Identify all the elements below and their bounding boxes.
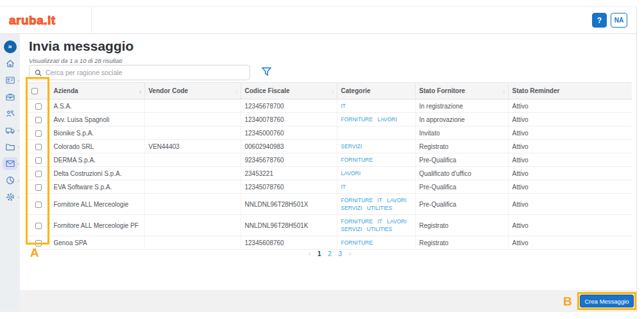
- row-checkbox[interactable]: [35, 171, 42, 177]
- row-checkbox-cell: [28, 180, 49, 194]
- sidebar-item-messages[interactable]: ›: [0, 157, 20, 170]
- column-header-azienda[interactable]: Azienda↓: [49, 83, 144, 99]
- categorie-links[interactable]: FORNITURE: [341, 239, 373, 246]
- sidebar-item-settings[interactable]: ›: [0, 190, 20, 203]
- pagination-page-1[interactable]: 1: [318, 250, 321, 257]
- cell-codice-fiscale: 12345078760: [241, 180, 337, 194]
- cell-codice-fiscale: 12345608760: [241, 236, 337, 250]
- cell-stato-fornitore: Pre-Qualifica: [415, 153, 508, 167]
- chevron-right-icon: ›: [17, 127, 19, 133]
- column-header-stato-reminder[interactable]: Stato Reminder: [508, 83, 632, 99]
- pagination-next-icon[interactable]: ›: [349, 250, 351, 257]
- folder-icon: [5, 142, 15, 152]
- cell-codice-fiscale: 00602940983: [241, 140, 337, 153]
- cell-vendor-code: [144, 215, 241, 236]
- cell-vendor-code: [144, 153, 241, 167]
- cell-vendor-code: [144, 126, 241, 140]
- cell-azienda: DERMA S.p.A.: [49, 153, 144, 167]
- cell-codice-fiscale: 12345678700: [241, 99, 337, 113]
- user-initials-button[interactable]: NA: [611, 13, 627, 28]
- cell-stato-fornitore: Registrato: [415, 236, 508, 250]
- pagination-page-3[interactable]: 3: [339, 250, 343, 257]
- briefcase-icon: [5, 92, 15, 102]
- sidebar-item-reports[interactable]: ›: [0, 173, 20, 187]
- row-checkbox-cell: [28, 126, 49, 140]
- row-checkbox-cell: [28, 153, 49, 167]
- pagination-page-2[interactable]: 2: [328, 250, 332, 257]
- cell-categorie: FORNITURE: [337, 236, 415, 250]
- row-checkbox[interactable]: [35, 117, 42, 123]
- row-checkbox-cell: [28, 140, 49, 153]
- cell-vendor-code: [144, 167, 241, 180]
- categorie-links[interactable]: IT: [341, 184, 346, 190]
- column-header-codice-fiscale[interactable]: Codice Fiscale↓: [241, 83, 337, 99]
- table-row: Fornitore ALL Merceologie PF NNLDNL96T28…: [28, 215, 632, 236]
- row-checkbox[interactable]: [35, 223, 42, 229]
- row-checkbox-cell: [28, 99, 49, 113]
- results-summary: Visualizzati da 1 a 10 di 28 risultati: [29, 57, 123, 64]
- row-checkbox[interactable]: [35, 103, 42, 110]
- cell-stato-reminder: Attivo: [508, 99, 632, 113]
- cell-stato-fornitore: Registrato: [415, 215, 508, 236]
- cell-stato-fornitore: In approvazione: [415, 113, 508, 126]
- search-input[interactable]: [46, 69, 250, 76]
- sidebar-item-transport[interactable]: ›: [0, 123, 20, 137]
- table-row: Bionike S.p.A. 12345000760 Invitato Atti…: [28, 126, 632, 140]
- cell-categorie: FORNITURE: [337, 153, 415, 167]
- select-all-checkbox[interactable]: [31, 88, 38, 94]
- cell-azienda: Avv. Luisa Spagnoli: [49, 113, 144, 126]
- sidebar-item-documents[interactable]: ›: [0, 140, 20, 153]
- categorie-links[interactable]: SERVIZI: [341, 143, 362, 150]
- cell-categorie: [337, 126, 415, 140]
- sidebar-item-briefcase[interactable]: [0, 90, 20, 103]
- sidebar-collapse-button[interactable]: »: [0, 40, 20, 53]
- cell-stato-fornitore: Pre-Qualifica: [415, 194, 508, 215]
- sidebar-item-contacts[interactable]: ›: [0, 73, 20, 87]
- row-checkbox[interactable]: [35, 202, 42, 208]
- help-button[interactable]: ?: [592, 13, 607, 28]
- categorie-links[interactable]: FORNITURE LAVORI: [341, 116, 398, 123]
- pagination-prev-icon[interactable]: ‹: [309, 250, 310, 257]
- table-header-row: Azienda↓ Vendor Code↓ Codice Fiscale↓ Ca…: [28, 83, 632, 99]
- row-checkbox[interactable]: [35, 130, 42, 137]
- column-header-stato-fornitore[interactable]: Stato Fornitore↓: [415, 83, 508, 99]
- create-message-button[interactable]: Crea Messaggio: [580, 295, 634, 307]
- suppliers-table: Azienda↓ Vendor Code↓ Codice Fiscale↓ Ca…: [28, 82, 632, 250]
- sort-icon: ↓: [235, 88, 238, 94]
- home-icon: [5, 58, 15, 69]
- cell-categorie: LAVORI: [337, 167, 415, 180]
- categorie-links[interactable]: FORNITURE IT LAVORI SERVIZI UTILITIES: [341, 218, 407, 232]
- row-checkbox[interactable]: [35, 157, 42, 164]
- filter-funnel-icon[interactable]: [261, 66, 272, 77]
- column-header-vendor-code[interactable]: Vendor Code↓: [144, 83, 241, 99]
- cell-categorie: SERVIZI: [337, 140, 415, 153]
- cell-stato-fornitore: Qualificato d'uffico: [415, 167, 508, 180]
- cell-azienda: Genoa SPA: [49, 236, 144, 250]
- categorie-links[interactable]: LAVORI: [341, 170, 361, 177]
- sidebar-item-team[interactable]: [0, 107, 20, 120]
- row-checkbox[interactable]: [35, 184, 42, 191]
- main-content: Invia messaggio Visualizzati da 1 a 10 d…: [20, 34, 636, 290]
- annotation-label-a: A: [30, 246, 39, 260]
- team-icon: [5, 108, 15, 119]
- categorie-links[interactable]: FORNITURE IT LAVORI SERVIZI UTILITIES: [341, 197, 407, 211]
- categorie-links[interactable]: FORNITURE: [341, 157, 373, 163]
- cell-azienda: Bionike S.p.A.: [49, 126, 144, 140]
- cell-stato-fornitore: Registrato: [415, 140, 508, 153]
- truck-icon: [5, 125, 15, 135]
- cell-azienda: EVA Software S.p.A.: [49, 180, 144, 194]
- chevron-right-icon: ›: [17, 77, 19, 83]
- cell-azienda: A.S.A.: [49, 99, 144, 113]
- cell-vendor-code: VEN44403: [144, 140, 241, 153]
- table-row: A.S.A. 12345678700 IT In registrazione A…: [28, 99, 632, 113]
- cell-vendor-code: [144, 180, 241, 194]
- cell-stato-reminder: Attivo: [508, 236, 632, 250]
- categorie-links[interactable]: IT: [341, 103, 346, 109]
- pagination: ‹ 1 2 3 ›: [28, 250, 632, 257]
- sidebar-item-home[interactable]: [0, 56, 20, 70]
- sort-icon: ↓: [503, 88, 505, 94]
- cell-categorie: FORNITURE LAVORI: [337, 113, 415, 126]
- column-header-categorie[interactable]: Categorie: [337, 83, 415, 99]
- row-checkbox[interactable]: [35, 144, 42, 150]
- cell-vendor-code: [144, 194, 241, 215]
